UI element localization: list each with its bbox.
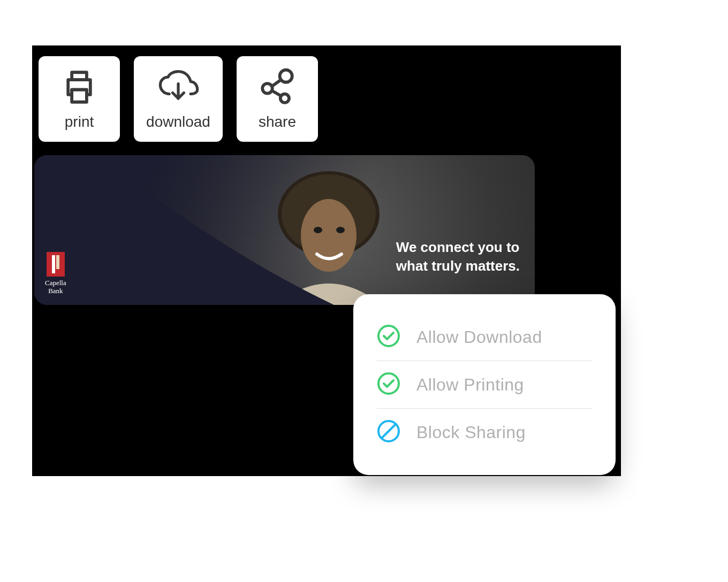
svg-point-7 <box>301 199 357 272</box>
svg-point-9 <box>336 227 345 233</box>
permission-row-download[interactable]: Allow Download <box>377 313 592 361</box>
permission-label: Block Sharing <box>416 423 526 442</box>
permission-label: Allow Download <box>416 327 542 347</box>
brand-name: Capella Bank <box>45 279 66 295</box>
permission-row-printing[interactable]: Allow Printing <box>377 361 592 408</box>
share-label: share <box>259 113 296 131</box>
svg-line-13 <box>382 424 396 438</box>
allow-check-icon <box>377 324 400 350</box>
svg-rect-1 <box>72 90 87 102</box>
permission-row-sharing[interactable]: Block Sharing <box>377 408 592 456</box>
banner-tagline: We connect you to what truly matters. <box>396 238 520 275</box>
permissions-panel: Allow Download Allow Printing Block Shar… <box>353 294 616 475</box>
person-image <box>238 166 420 305</box>
print-icon <box>59 67 99 107</box>
svg-point-11 <box>378 373 399 394</box>
print-button[interactable]: print <box>39 56 120 142</box>
block-slash-icon <box>377 419 400 445</box>
logo-mark-icon <box>47 252 65 277</box>
share-icon <box>257 67 297 107</box>
download-label: download <box>146 113 210 131</box>
svg-point-8 <box>314 227 322 233</box>
permission-label: Allow Printing <box>416 375 524 395</box>
svg-point-10 <box>378 326 399 346</box>
share-button[interactable]: share <box>237 56 318 142</box>
download-button[interactable]: download <box>134 56 223 142</box>
brand-banner: Capella Bank We connect you to what trul… <box>34 155 535 305</box>
toolbar: print download share <box>39 56 318 142</box>
print-label: print <box>65 113 94 131</box>
download-icon <box>156 67 201 107</box>
allow-check-icon <box>377 372 400 397</box>
brand-logo: Capella Bank <box>45 252 66 295</box>
svg-point-3 <box>262 83 272 94</box>
